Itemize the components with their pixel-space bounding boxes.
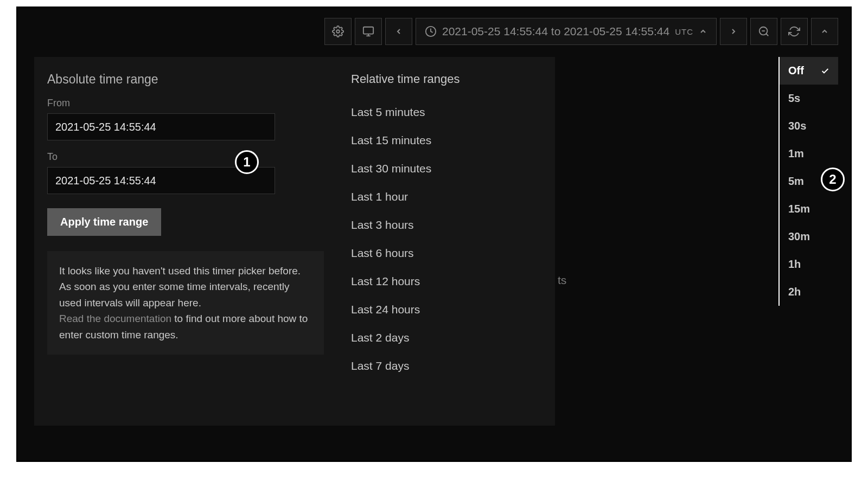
refresh-interval-item[interactable]: 1m	[780, 140, 838, 168]
view-mode-button[interactable]	[355, 18, 382, 45]
refresh-interval-item[interactable]: Off	[780, 57, 838, 85]
relative-range-item[interactable]: Last 7 days	[351, 352, 460, 380]
check-icon	[821, 67, 829, 75]
relative-list: Last 5 minutesLast 15 minutesLast 30 min…	[351, 98, 460, 380]
time-next-button[interactable]	[720, 18, 747, 45]
gear-icon	[332, 25, 344, 37]
help-box: It looks like you haven't used this time…	[47, 251, 324, 355]
annotation-marker-2: 2	[821, 168, 845, 191]
svg-rect-1	[363, 27, 373, 34]
documentation-link[interactable]: Read the documentation	[59, 313, 171, 324]
monitor-icon	[362, 25, 374, 37]
help-text-1: It looks like you haven't used this time…	[59, 265, 301, 308]
svg-line-6	[766, 34, 768, 36]
refresh-interval-toggle[interactable]	[811, 18, 838, 45]
chevron-right-icon	[729, 27, 738, 36]
chevron-left-icon	[394, 27, 403, 36]
relative-range-item[interactable]: Last 30 minutes	[351, 155, 460, 183]
time-prev-button[interactable]	[385, 18, 412, 45]
relative-range-item[interactable]: Last 12 hours	[351, 267, 460, 295]
relative-range-item[interactable]: Last 5 minutes	[351, 98, 460, 126]
from-input[interactable]	[47, 113, 275, 140]
chevron-up-icon	[699, 27, 707, 36]
top-toolbar: 2021-05-25 14:55:44 to 2021-05-25 14:55:…	[324, 18, 838, 45]
absolute-time-column: Absolute time range From To Apply time r…	[34, 57, 338, 426]
timezone-label: UTC	[675, 27, 693, 36]
refresh-interval-item[interactable]: 2h	[780, 278, 838, 306]
time-range-display[interactable]: 2021-05-25 14:55:44 to 2021-05-25 14:55:…	[416, 18, 717, 45]
clock-icon	[425, 25, 437, 37]
relative-range-item[interactable]: Last 1 hour	[351, 183, 460, 211]
annotation-marker-1: 1	[235, 150, 259, 174]
dashboard-frame: 2021-05-25 14:55:44 to 2021-05-25 14:55:…	[16, 7, 852, 462]
zoom-out-icon	[758, 25, 770, 37]
chevron-up-icon	[820, 27, 829, 36]
to-label: To	[47, 151, 325, 163]
refresh-interval-item[interactable]: 30s	[780, 112, 838, 140]
relative-range-item[interactable]: Last 15 minutes	[351, 126, 460, 155]
background-text-fragment: ts	[558, 274, 566, 287]
time-range-text: 2021-05-25 14:55:44 to 2021-05-25 14:55:…	[442, 25, 669, 38]
svg-point-0	[336, 30, 340, 33]
from-label: From	[47, 98, 325, 109]
apply-time-range-button[interactable]: Apply time range	[47, 208, 161, 236]
relative-range-item[interactable]: Last 3 hours	[351, 211, 460, 239]
relative-range-item[interactable]: Last 6 hours	[351, 239, 460, 267]
refresh-interval-item[interactable]: 30m	[780, 223, 838, 250]
refresh-icon	[788, 25, 800, 37]
time-picker-panel: Absolute time range From To Apply time r…	[34, 57, 555, 426]
refresh-interval-item[interactable]: 1h	[780, 250, 838, 278]
refresh-interval-item[interactable]: 15m	[780, 195, 838, 223]
refresh-button[interactable]	[781, 18, 808, 45]
settings-button[interactable]	[324, 18, 352, 45]
zoom-out-button[interactable]	[750, 18, 777, 45]
relative-range-item[interactable]: Last 2 days	[351, 324, 460, 352]
refresh-interval-item[interactable]: 5s	[780, 85, 838, 112]
relative-title: Relative time ranges	[351, 72, 460, 86]
relative-range-item[interactable]: Last 24 hours	[351, 295, 460, 324]
absolute-title: Absolute time range	[47, 72, 325, 87]
relative-time-column: Relative time ranges Last 5 minutesLast …	[338, 57, 473, 426]
